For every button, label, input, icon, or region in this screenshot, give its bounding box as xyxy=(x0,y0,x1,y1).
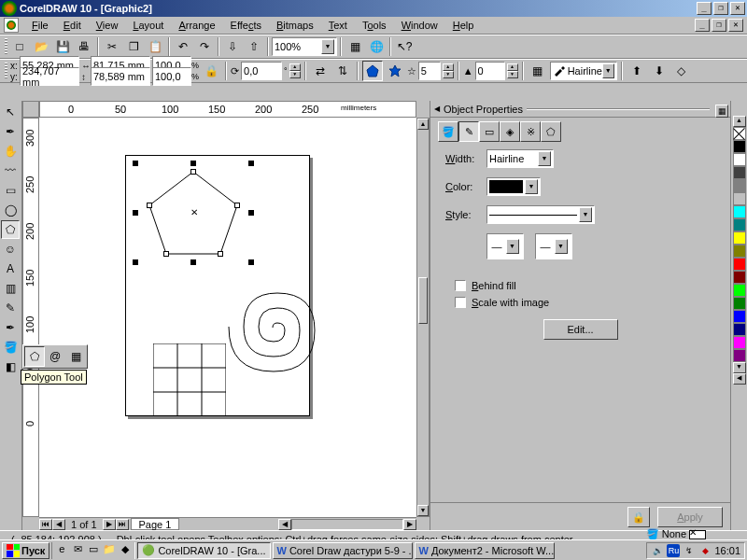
end-arrow-select[interactable]: —▼ xyxy=(535,233,572,259)
scale-y-input[interactable]: 100,0 xyxy=(152,67,191,86)
pick-tool[interactable]: ↖ xyxy=(1,103,20,121)
whatsthis-button[interactable]: ↖? xyxy=(394,36,415,57)
polygon-tool[interactable]: ⬠ xyxy=(1,220,20,239)
spin-down[interactable]: ▼ xyxy=(507,71,518,78)
scale-image-checkbox[interactable] xyxy=(455,297,466,308)
mdi-minimize-button[interactable]: _ xyxy=(695,19,710,32)
outline-width-combo[interactable]: Hairline ▼ xyxy=(550,62,617,80)
outline-color-select[interactable]: ▼ xyxy=(486,177,541,196)
zoom-combo[interactable]: 100% ▼ xyxy=(272,37,337,56)
apply-button[interactable]: Apply xyxy=(657,507,723,527)
rotation-input[interactable]: 0,0 xyxy=(241,62,282,80)
menu-help[interactable]: Help xyxy=(445,18,482,33)
spiral-flyout-tool[interactable]: @ xyxy=(45,346,65,367)
eyedropper-tool[interactable]: ✎ xyxy=(1,299,20,317)
mirror-v-button[interactable]: ⇅ xyxy=(332,61,353,81)
color-swatch[interactable] xyxy=(733,336,746,349)
color-swatch[interactable] xyxy=(733,297,746,310)
scroll-down-button[interactable]: ▼ xyxy=(417,505,429,516)
import-button[interactable]: ⇩ xyxy=(222,36,243,57)
corel-online-button[interactable]: 🌐 xyxy=(366,36,387,57)
color-swatch[interactable] xyxy=(733,153,746,166)
color-swatch[interactable] xyxy=(733,271,746,284)
behind-fill-checkbox[interactable] xyxy=(455,280,466,291)
polygon-flyout-tool[interactable]: ⬠ xyxy=(24,346,45,367)
outlook-icon[interactable]: ✉ xyxy=(70,543,85,558)
mdi-restore-button[interactable]: ❐ xyxy=(712,19,726,32)
outline-style-select[interactable]: ▼ xyxy=(486,205,595,224)
new-button[interactable]: □ xyxy=(9,36,30,57)
edit-outline-button[interactable]: Edit... xyxy=(543,319,618,340)
palette-up-button[interactable]: ▲ xyxy=(733,116,746,127)
graph-paper-flyout-tool[interactable]: ▦ xyxy=(65,346,86,367)
selected-pentagon[interactable]: ✕ xyxy=(133,161,254,265)
spin-up[interactable]: ▲ xyxy=(507,63,518,71)
spin-up[interactable]: ▲ xyxy=(443,63,454,71)
to-back-button[interactable]: ⬇ xyxy=(649,61,669,81)
color-swatch[interactable] xyxy=(733,205,746,218)
print-button[interactable]: 🖶 xyxy=(74,36,94,57)
color-swatch[interactable] xyxy=(733,179,746,192)
scroll-up-button[interactable]: ▲ xyxy=(417,119,429,130)
menu-window[interactable]: Window xyxy=(394,18,445,33)
sharpness-input[interactable]: 0 xyxy=(475,62,505,80)
vertical-ruler[interactable]: 300250200150100500 xyxy=(22,118,39,517)
task-word2[interactable]: WДокумент2 - Microsoft W... xyxy=(415,542,555,559)
graph-paper-shape[interactable] xyxy=(153,343,226,416)
internet-tab[interactable]: ※ xyxy=(520,121,541,142)
text-tool[interactable]: A xyxy=(1,259,20,278)
color-swatch[interactable] xyxy=(733,284,746,297)
palette-flyout-button[interactable]: ◀ xyxy=(733,373,746,385)
next-page-button[interactable]: ▶ xyxy=(103,519,116,530)
rectangle-tool[interactable]: ▭ xyxy=(1,181,20,200)
hscroll-left[interactable]: ◀ xyxy=(278,519,291,530)
mdi-close-button[interactable]: ✕ xyxy=(728,19,743,32)
points-input[interactable]: 5 xyxy=(418,62,441,80)
interactive-fill-tool[interactable]: ▥ xyxy=(1,279,20,298)
menu-layout[interactable]: Layout xyxy=(125,18,171,33)
menu-text[interactable]: Text xyxy=(321,18,355,33)
fill-tab[interactable]: 🪣 xyxy=(438,121,458,142)
undo-button[interactable]: ↶ xyxy=(173,36,193,57)
volume-icon[interactable]: 🔊 xyxy=(651,544,664,557)
menu-arrange[interactable]: Arrange xyxy=(171,18,222,33)
copy-button[interactable]: ❐ xyxy=(123,36,144,57)
minimize-button[interactable]: _ xyxy=(697,2,712,15)
color-swatch[interactable] xyxy=(733,218,746,231)
chevron-down-icon[interactable]: ▼ xyxy=(602,63,614,78)
language-indicator[interactable]: Ru xyxy=(667,544,680,557)
basic-shapes-tool[interactable]: ☺ xyxy=(1,240,20,259)
menu-tools[interactable]: Tools xyxy=(355,18,394,33)
height-input[interactable]: 78,589 mm xyxy=(91,67,150,86)
polygon-shape-button[interactable] xyxy=(362,61,383,81)
menu-bitmaps[interactable]: Bitmaps xyxy=(269,18,321,33)
general-tab[interactable]: ▭ xyxy=(479,121,500,142)
horizontal-ruler[interactable]: 050100150200250millimeters xyxy=(39,101,416,118)
menu-edit[interactable]: Edit xyxy=(56,18,89,33)
prev-page-button[interactable]: ◀ xyxy=(52,519,65,530)
star-shape-button[interactable] xyxy=(385,61,405,81)
y-position-input[interactable]: 234,707 mm xyxy=(20,67,79,86)
tray-app2-icon[interactable]: ◆ xyxy=(698,544,712,557)
page-tab[interactable]: Page 1 xyxy=(131,518,180,530)
spin-down[interactable]: ▼ xyxy=(289,71,301,78)
freehand-tool[interactable]: 〰 xyxy=(1,161,20,180)
ruler-origin[interactable] xyxy=(22,101,39,118)
no-fill-swatch[interactable] xyxy=(733,127,746,140)
polygon-tab[interactable]: ⬠ xyxy=(541,121,561,142)
horizontal-scrollbar[interactable] xyxy=(291,519,403,530)
save-button[interactable]: 💾 xyxy=(52,36,73,57)
redo-button[interactable]: ↷ xyxy=(194,36,215,57)
detail-tab[interactable]: ◈ xyxy=(500,121,520,142)
color-swatch[interactable] xyxy=(733,166,746,179)
lock-button[interactable]: 🔒 xyxy=(627,507,650,527)
docker-arrow-icon[interactable]: ◀ xyxy=(434,105,440,113)
maximize-button[interactable]: ❐ xyxy=(713,2,728,15)
last-page-button[interactable]: ⏭ xyxy=(116,519,129,530)
menu-file[interactable]: File xyxy=(24,18,56,33)
outline-tab[interactable]: ✎ xyxy=(458,121,479,142)
zoom-tool[interactable]: ✋ xyxy=(1,142,20,161)
ellipse-tool[interactable]: ◯ xyxy=(1,201,20,219)
mirror-h-button[interactable]: ⇄ xyxy=(310,61,331,81)
export-button[interactable]: ⇧ xyxy=(244,36,264,57)
